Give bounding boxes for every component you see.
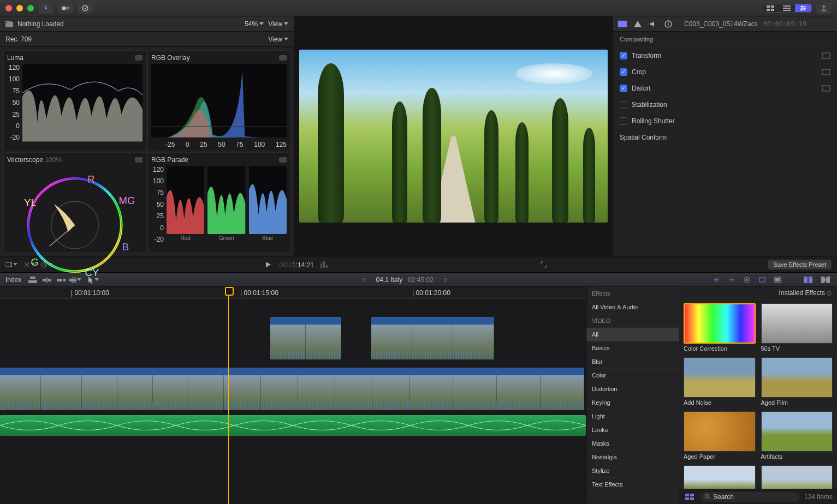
audio-skimmer-icon[interactable] bbox=[726, 275, 738, 285]
effect-thumbnail[interactable] bbox=[684, 465, 756, 489]
effects-category[interactable]: Basics bbox=[586, 341, 679, 355]
workspace-list-icon[interactable] bbox=[779, 4, 795, 12]
import-icon[interactable] bbox=[38, 3, 54, 14]
effects-view-grid-icon[interactable] bbox=[684, 492, 696, 502]
scope-settings-icon[interactable] bbox=[135, 157, 143, 163]
overwrite-clip-icon[interactable] bbox=[69, 275, 81, 285]
inspector-row-spatial-conform[interactable]: Spatial Conform bbox=[613, 129, 837, 146]
effect-item[interactable]: Aged Paper bbox=[684, 411, 756, 460]
timeline-clip[interactable] bbox=[371, 317, 494, 359]
effects-category[interactable]: Looks bbox=[586, 423, 679, 437]
effect-thumbnail[interactable] bbox=[761, 303, 833, 344]
timeline-appearance-icon[interactable] bbox=[5, 260, 17, 269]
skimmer-icon[interactable] bbox=[710, 275, 722, 285]
effect-thumbnail[interactable] bbox=[761, 411, 833, 452]
scope-settings-icon[interactable] bbox=[135, 55, 143, 61]
share-icon[interactable] bbox=[816, 3, 832, 14]
arrow-tool-icon[interactable] bbox=[87, 275, 99, 285]
effect-item[interactable]: Aged Film bbox=[761, 357, 833, 406]
append-clip-icon[interactable] bbox=[55, 275, 67, 285]
effects-category[interactable]: Blur bbox=[586, 355, 679, 369]
effects-category[interactable]: Nostalgia bbox=[586, 451, 679, 464]
inspector-row-transform[interactable]: Transform bbox=[613, 47, 837, 64]
timeline-clip[interactable] bbox=[82, 368, 224, 410]
effects-category[interactable]: Light bbox=[586, 410, 679, 423]
connect-clip-icon[interactable] bbox=[27, 275, 39, 285]
save-effects-preset-button[interactable]: Save Effects Preset bbox=[768, 260, 832, 269]
solo-icon[interactable] bbox=[741, 275, 753, 285]
effect-item[interactable]: Add Noise bbox=[684, 357, 756, 406]
timeline-clip[interactable] bbox=[409, 368, 584, 410]
effect-thumbnail[interactable] bbox=[684, 303, 756, 344]
snap-icon[interactable] bbox=[756, 275, 768, 285]
inspector-row-stabilization[interactable]: Stabilization bbox=[613, 97, 837, 113]
effect-item[interactable]: Artifacts bbox=[761, 411, 833, 460]
inspector-filter-tab[interactable] bbox=[633, 19, 643, 29]
timeline-audio-clip[interactable] bbox=[0, 415, 586, 436]
snapping-icon[interactable] bbox=[23, 260, 35, 269]
effect-thumbnail[interactable] bbox=[761, 357, 833, 398]
checkbox[interactable] bbox=[620, 85, 627, 92]
effects-category[interactable]: All bbox=[586, 328, 679, 341]
zoom-dropdown[interactable]: 54% bbox=[245, 20, 264, 28]
timeline-back-icon[interactable] bbox=[358, 275, 370, 285]
background-tasks-icon[interactable] bbox=[78, 3, 93, 14]
timeline-clip[interactable] bbox=[0, 368, 82, 410]
effects-header[interactable]: Installed Effects bbox=[779, 289, 826, 297]
workspace-inspector-icon[interactable] bbox=[795, 4, 811, 12]
effects-category[interactable]: VIDEO bbox=[586, 314, 679, 328]
timecode-display[interactable]: 00:01:14:21 bbox=[280, 259, 314, 269]
effect-item[interactable]: Color Correction bbox=[684, 303, 756, 352]
timeline-clip[interactable] bbox=[270, 317, 341, 359]
close-window[interactable] bbox=[5, 5, 12, 11]
inspector-audio-tab[interactable] bbox=[648, 19, 658, 29]
checkbox[interactable] bbox=[620, 117, 627, 125]
viewer-canvas[interactable] bbox=[294, 16, 613, 256]
reset-icon[interactable] bbox=[822, 85, 830, 92]
checkbox[interactable] bbox=[620, 52, 627, 59]
scope-settings-icon[interactable] bbox=[279, 55, 287, 61]
inspector-row-distort[interactable]: Distort bbox=[613, 80, 837, 97]
effects-category[interactable]: Text Effects bbox=[586, 478, 679, 491]
effects-search-field[interactable]: Search bbox=[700, 492, 800, 502]
transitions-browser-toggle[interactable] bbox=[820, 275, 832, 285]
checkbox[interactable] bbox=[620, 68, 627, 76]
effects-category[interactable]: Color bbox=[586, 369, 679, 382]
scopes-view-dropdown[interactable]: View bbox=[268, 35, 288, 43]
workspace-tiles-icon[interactable] bbox=[762, 4, 779, 12]
timeline-ruler[interactable]: | 00:01:10:00 | 00:01:15:00 | 00:01:20:0… bbox=[0, 287, 586, 299]
timeline-fwd-icon[interactable] bbox=[439, 275, 451, 285]
inspector-row-rolling-shutter[interactable]: Rolling Shutter bbox=[613, 113, 837, 129]
effects-category[interactable]: Masks bbox=[586, 437, 679, 451]
zoom-window[interactable] bbox=[27, 5, 34, 11]
effect-thumbnail[interactable] bbox=[761, 465, 833, 489]
scope-settings-icon[interactable] bbox=[279, 157, 287, 163]
reset-icon[interactable] bbox=[822, 52, 830, 59]
checkbox[interactable] bbox=[620, 101, 627, 109]
timeline-clip[interactable] bbox=[224, 368, 409, 410]
effects-category[interactable]: Stylize bbox=[586, 464, 679, 478]
inspector-info-tab[interactable]: i bbox=[663, 19, 673, 29]
effects-category[interactable]: Effects bbox=[586, 287, 679, 301]
effects-category[interactable]: All Video & Audio bbox=[586, 301, 679, 314]
viewer-view-dropdown[interactable]: View bbox=[268, 20, 288, 28]
effects-category[interactable]: Keying bbox=[586, 396, 679, 410]
play-button[interactable] bbox=[262, 260, 274, 269]
timeline[interactable]: | 00:01:10:00 | 00:01:15:00 | 00:01:20:0… bbox=[0, 287, 586, 504]
fullscreen-icon[interactable] bbox=[538, 260, 550, 269]
reset-icon[interactable] bbox=[822, 69, 830, 75]
minimize-window[interactable] bbox=[16, 5, 23, 11]
workspace-segmented[interactable] bbox=[762, 4, 812, 13]
effect-item[interactable] bbox=[761, 465, 833, 489]
skimming-icon[interactable] bbox=[40, 260, 52, 269]
render-icon[interactable] bbox=[771, 275, 783, 285]
effect-thumbnail[interactable] bbox=[684, 357, 756, 398]
effect-thumbnail[interactable] bbox=[684, 411, 756, 452]
effect-item[interactable]: 50s TV bbox=[761, 303, 833, 352]
effects-category[interactable]: Distortion bbox=[586, 382, 679, 396]
playhead[interactable] bbox=[228, 287, 229, 504]
inspector-video-tab[interactable] bbox=[618, 19, 627, 29]
inspector-row-crop[interactable]: Crop bbox=[613, 64, 837, 80]
effect-item[interactable] bbox=[684, 465, 756, 489]
keyword-icon[interactable] bbox=[58, 3, 73, 14]
